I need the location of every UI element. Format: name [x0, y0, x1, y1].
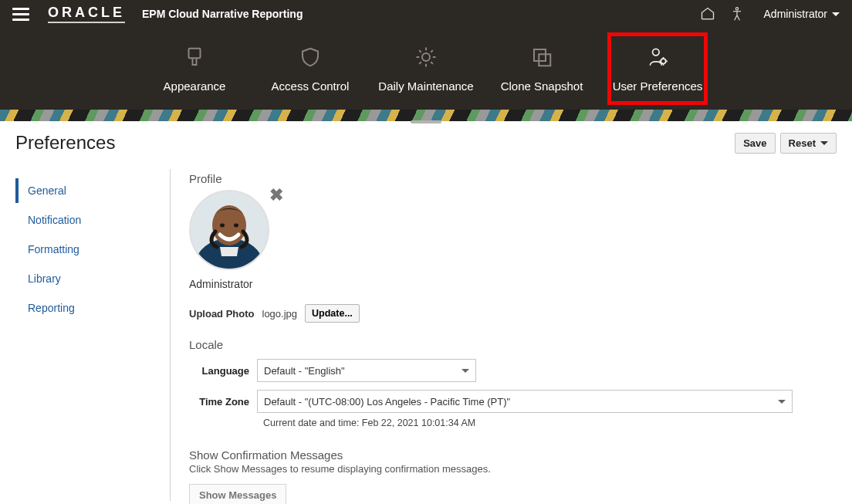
svg-point-1: [735, 8, 738, 10]
locale-section: Locale Language Default - "English" Time…: [189, 338, 837, 428]
sidebar-item-library[interactable]: Library: [15, 266, 170, 291]
reset-button[interactable]: Reset: [780, 133, 837, 154]
sidebar-item-notification[interactable]: Notification: [15, 208, 170, 232]
appearance-icon: [183, 46, 206, 69]
pattern-stripe: [0, 110, 852, 121]
upload-filename: logo.jpg: [262, 308, 298, 320]
hamburger-menu-icon[interactable]: [12, 5, 29, 22]
shield-icon: [299, 46, 322, 69]
nav-clone-snapshot[interactable]: Clone Snapshot: [492, 32, 592, 105]
nav-label: User Preferences: [613, 79, 703, 93]
svg-rect-6: [189, 48, 201, 58]
side-nav: General Notification Formatting Library …: [15, 169, 170, 501]
upload-photo-label: Upload Photo: [189, 308, 255, 320]
language-value: Default - "English": [264, 365, 345, 377]
chevron-down-icon: [462, 369, 469, 373]
caret-down-icon: [820, 141, 828, 145]
svg-rect-8: [534, 49, 546, 61]
datetime-hint: Current date and time: Feb 22, 2021 10:0…: [263, 418, 837, 428]
confirmation-title: Show Confirmation Messages: [189, 448, 837, 462]
clone-icon: [530, 46, 553, 69]
sidebar-item-formatting[interactable]: Formatting: [15, 237, 170, 262]
oracle-logo: ORACLE: [48, 5, 125, 23]
confirmation-desc: Click Show Messages to resume displaying…: [189, 463, 837, 475]
nav-label: Clone Snapshot: [501, 79, 583, 93]
locale-section-title: Locale: [189, 338, 837, 351]
home-icon[interactable]: [699, 5, 716, 22]
gear-icon: [414, 46, 438, 69]
sidebar-item-reporting[interactable]: Reporting: [15, 296, 170, 320]
svg-rect-9: [539, 54, 550, 66]
user-menu[interactable]: Administrator: [764, 8, 840, 20]
nav-label: Appearance: [164, 79, 226, 93]
page-title: Preferences: [15, 132, 115, 154]
timezone-label: Time Zone: [189, 396, 257, 408]
svg-point-11: [661, 59, 665, 63]
topbar: ORACLE EPM Cloud Narrative Reporting Adm…: [0, 0, 852, 28]
profile-section-title: Profile: [189, 172, 837, 185]
svg-point-7: [422, 53, 430, 61]
page-header: Preferences Save Reset: [0, 121, 852, 161]
nav-daily-maintenance[interactable]: Daily Maintenance: [376, 32, 476, 105]
timezone-select[interactable]: Default - "(UTC-08:00) Los Angeles - Pac…: [257, 390, 793, 413]
user-label: Administrator: [764, 8, 827, 20]
body-layout: General Notification Formatting Library …: [0, 161, 852, 501]
nav-band: Appearance Access Control Daily Maintena…: [0, 28, 852, 110]
avatar: [189, 190, 269, 270]
update-photo-button[interactable]: Update...: [305, 304, 360, 323]
sidebar-item-general[interactable]: General: [15, 178, 170, 203]
chevron-down-icon: [778, 400, 786, 404]
avatar-wrap: ✖: [189, 190, 269, 270]
remove-photo-icon[interactable]: ✖: [269, 185, 283, 205]
svg-point-16: [234, 224, 238, 228]
main-pane: Profile ✖ Administrator Upl: [189, 169, 837, 501]
timezone-row: Time Zone Default - "(UTC-08:00) Los Ang…: [189, 390, 837, 413]
nav-label: Access Control: [272, 79, 350, 93]
svg-point-10: [653, 49, 660, 56]
language-select[interactable]: Default - "English": [257, 359, 476, 382]
vertical-divider: [170, 169, 171, 501]
language-row: Language Default - "English": [189, 359, 837, 382]
show-messages-button[interactable]: Show Messages: [189, 484, 286, 504]
nav-appearance[interactable]: Appearance: [144, 32, 245, 105]
nav-label: Daily Maintenance: [378, 79, 473, 93]
profile-user-name: Administrator: [189, 278, 837, 290]
svg-line-5: [737, 15, 739, 21]
accessibility-icon[interactable]: [729, 5, 746, 22]
svg-point-15: [220, 224, 225, 228]
reset-label: Reset: [789, 137, 816, 149]
confirmation-section: Show Confirmation Messages Click Show Me…: [189, 448, 837, 504]
svg-line-4: [734, 15, 736, 21]
nav-user-preferences[interactable]: User Preferences: [607, 32, 708, 105]
nav-access-control[interactable]: Access Control: [260, 32, 360, 105]
language-label: Language: [189, 365, 257, 377]
user-gear-icon: [646, 46, 669, 69]
product-name: EPM Cloud Narrative Reporting: [142, 8, 303, 20]
caret-down-icon: [832, 12, 840, 16]
upload-row: Upload Photo logo.jpg Update...: [189, 304, 837, 323]
save-button[interactable]: Save: [735, 133, 775, 154]
timezone-value: Default - "(UTC-08:00) Los Angeles - Pac…: [264, 396, 510, 408]
